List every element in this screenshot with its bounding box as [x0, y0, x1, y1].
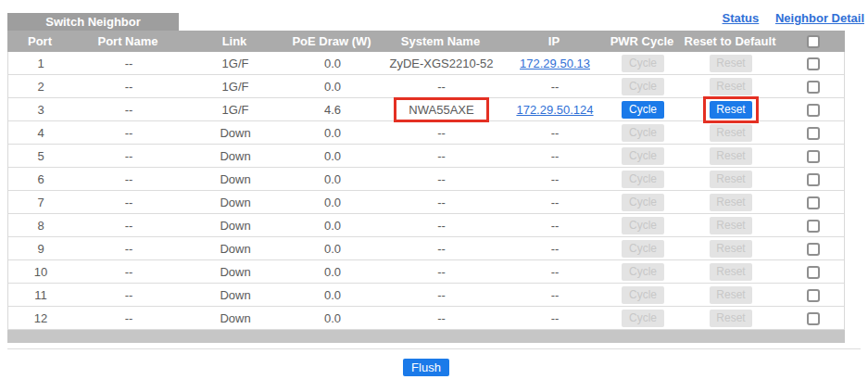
poe-draw-cell: 0.0 — [286, 242, 379, 256]
row-checkbox[interactable] — [807, 266, 820, 279]
link-cell: Down — [184, 265, 286, 279]
header-port-name: Port Name — [72, 34, 183, 48]
reset-button[interactable]: Reset — [710, 101, 752, 119]
reset-button: Reset — [710, 217, 752, 234]
neighbor-table: Port Port Name Link PoE Draw (W) System … — [7, 31, 845, 343]
header-pwr-cycle: PWR Cycle — [605, 34, 679, 48]
reset-button-wrap: Reset — [710, 218, 752, 232]
reset-button: Reset — [710, 55, 752, 72]
cycle-button: Cycle — [622, 310, 664, 327]
row-checkbox[interactable] — [807, 104, 820, 117]
table-row: 7 -- Down 0.0 -- -- Cycle Reset — [8, 191, 844, 214]
poe-draw-cell: 0.0 — [286, 311, 379, 325]
system-name-value: -- — [437, 242, 446, 256]
cycle-button: Cycle — [622, 240, 664, 258]
ip-value: -- — [551, 219, 560, 233]
row-checkbox[interactable] — [807, 312, 820, 325]
header-reset-to-default: Reset to Default — [679, 34, 781, 48]
reset-button: Reset — [710, 263, 752, 281]
cycle-button-wrap: Cycle — [622, 102, 664, 116]
reset-button-wrap: Reset — [710, 310, 752, 324]
cycle-button[interactable]: Cycle — [622, 101, 664, 119]
system-name-value: -- — [437, 172, 446, 186]
port-cell: 5 — [8, 149, 73, 163]
reset-button-wrap: Reset — [710, 79, 752, 93]
neighbor-detail-link[interactable]: Neighbor Detail — [775, 11, 864, 25]
cycle-button: Cycle — [622, 217, 664, 234]
table-row: 9 -- Down 0.0 -- -- Cycle Reset — [8, 237, 844, 260]
cycle-button: Cycle — [622, 194, 664, 211]
poe-draw-cell: 0.0 — [286, 172, 379, 186]
flush-button[interactable]: Flush — [403, 359, 449, 376]
header-system-name: System Name — [378, 34, 503, 48]
port-name-cell: -- — [73, 196, 184, 209]
port-name-cell: -- — [73, 80, 184, 94]
reset-button-wrap: Reset — [710, 287, 752, 301]
row-checkbox[interactable] — [807, 173, 820, 186]
row-checkbox[interactable] — [807, 220, 820, 233]
system-name-value: -- — [437, 149, 446, 163]
row-checkbox[interactable] — [807, 196, 820, 209]
reset-button: Reset — [710, 194, 752, 211]
system-name-value: -- — [437, 80, 446, 94]
link-cell: Down — [184, 149, 286, 163]
poe-draw-cell: 0.0 — [286, 196, 379, 209]
poe-draw-cell: 0.0 — [286, 219, 379, 233]
reset-button: Reset — [710, 171, 752, 188]
port-name-cell: -- — [73, 311, 184, 325]
row-checkbox[interactable] — [807, 243, 820, 256]
poe-draw-cell: 0.0 — [286, 288, 379, 302]
row-checkbox[interactable] — [807, 289, 820, 302]
ip-value: -- — [551, 311, 560, 325]
link-cell: 1G/F — [184, 103, 286, 117]
link-cell: Down — [184, 172, 286, 186]
reset-button-wrap: Reset — [710, 171, 752, 185]
cycle-button-wrap: Cycle — [622, 310, 664, 324]
cycle-button: Cycle — [622, 124, 664, 142]
link-cell: Down — [184, 219, 286, 233]
cycle-button-wrap: Cycle — [622, 264, 664, 278]
port-cell: 3 — [8, 103, 73, 117]
table-row: 10 -- Down 0.0 -- -- Cycle Reset — [8, 260, 844, 284]
reset-button-wrap: Reset — [710, 148, 752, 162]
table-row: 5 -- Down 0.0 -- -- Cycle Reset — [8, 145, 844, 168]
port-name-cell: -- — [73, 265, 184, 279]
cycle-button-wrap: Cycle — [622, 148, 664, 162]
ip-value: -- — [551, 126, 560, 140]
cycle-button-wrap: Cycle — [622, 125, 664, 139]
row-checkbox[interactable] — [807, 81, 820, 94]
reset-button-wrap: Reset — [703, 96, 759, 123]
ip-value: -- — [551, 172, 560, 186]
cycle-button: Cycle — [622, 286, 664, 304]
row-checkbox[interactable] — [807, 127, 820, 140]
reset-button: Reset — [710, 286, 752, 304]
reset-button-wrap: Reset — [710, 241, 752, 255]
link-cell: 1G/F — [184, 57, 286, 70]
reset-button-wrap: Reset — [710, 195, 752, 209]
select-all-checkbox[interactable] — [807, 35, 820, 48]
table-header-row: Port Port Name Link PoE Draw (W) System … — [7, 31, 845, 52]
row-checkbox[interactable] — [807, 150, 820, 163]
tab-switch-neighbor[interactable]: Switch Neighbor — [7, 13, 179, 31]
ip-value: -- — [551, 242, 560, 256]
port-cell: 4 — [8, 126, 73, 140]
reset-button: Reset — [710, 240, 752, 258]
poe-draw-cell: 0.0 — [286, 149, 379, 163]
cycle-button-wrap: Cycle — [622, 171, 664, 185]
ip-value[interactable]: 172.29.50.124 — [516, 103, 593, 117]
flush-button-area: Flush — [7, 359, 845, 376]
ip-value[interactable]: 172.29.50.13 — [520, 57, 590, 70]
reset-button-wrap: Reset — [710, 264, 752, 278]
table-body: 1 -- 1G/F 0.0 ZyDE-XGS2210-52 172.29.50.… — [7, 52, 845, 330]
port-cell: 10 — [8, 265, 73, 279]
table-row: 1 -- 1G/F 0.0 ZyDE-XGS2210-52 172.29.50.… — [8, 52, 844, 75]
row-checkbox[interactable] — [807, 57, 820, 70]
system-name-value: -- — [437, 311, 446, 325]
header-poe-draw: PoE Draw (W) — [285, 34, 378, 48]
table-row: 12 -- Down 0.0 -- -- Cycle Reset — [8, 307, 844, 330]
system-name-value: NWA55AXE — [394, 97, 488, 122]
status-link[interactable]: Status — [723, 11, 760, 25]
table-row: 3 -- 1G/F 4.6 NWA55AXE 172.29.50.124 Cyc… — [8, 98, 844, 121]
divider — [7, 348, 861, 349]
reset-button-wrap: Reset — [710, 56, 752, 70]
